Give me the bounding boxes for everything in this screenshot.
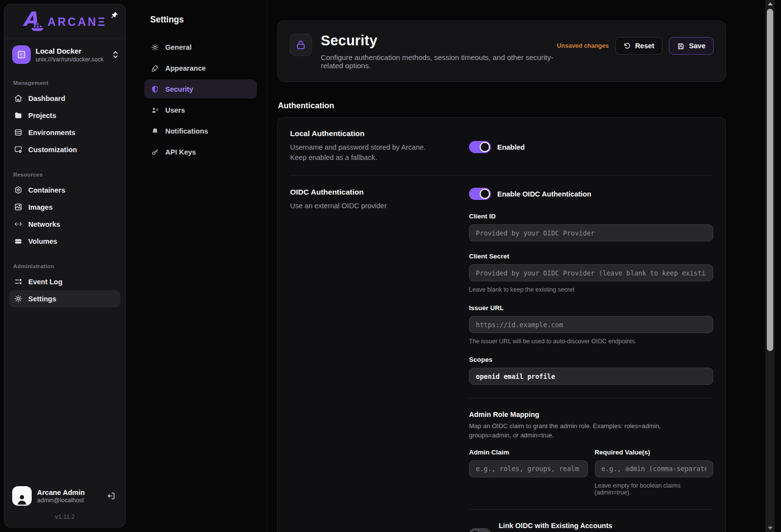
local-auth-toggle[interactable]: [469, 141, 491, 153]
sidebar-item-label: Event Log: [28, 278, 62, 286]
save-button[interactable]: Save: [669, 37, 714, 55]
sidebar-item-volumes[interactable]: Volumes: [9, 233, 120, 250]
sidebar-item-label: Dashboard: [28, 95, 65, 102]
unsaved-changes-badge: Unsaved changes: [557, 42, 608, 49]
page-title: Security: [321, 33, 557, 49]
environment-selector[interactable]: Local Docker unix:///var/run/docker.sock: [4, 39, 125, 70]
issuer-url-helper: The issuer URL will be used to auto-disc…: [469, 338, 713, 345]
folder-icon: [14, 111, 22, 119]
user-email: admin@localhost: [37, 497, 99, 504]
client-secret-label: Client Secret: [469, 253, 713, 260]
lock-icon: [290, 34, 312, 56]
scroll-down-arrow[interactable]: [768, 527, 773, 530]
sidebar-item-label: Networks: [28, 220, 60, 228]
sidebar-item-label: Containers: [28, 186, 65, 194]
sidebar-item-images[interactable]: Images: [9, 198, 120, 216]
issuer-url-input[interactable]: [469, 316, 713, 333]
paintbrush-icon: [151, 64, 159, 72]
local-auth-row: Local Authentication Username and passwo…: [290, 129, 713, 163]
sidebar-header: A ARCANΞ: [4, 4, 125, 39]
security-header-card: Security Configure authentication method…: [277, 20, 726, 82]
scroll-up-arrow[interactable]: [768, 2, 773, 5]
oidc-auth-title: OIDC Authentication: [290, 188, 454, 197]
required-values-label: Required Value(s): [595, 449, 714, 456]
environment-socket: unix:///var/run/docker.sock: [36, 56, 108, 63]
issuer-url-label: Issuer URL: [469, 304, 713, 312]
section-label-administration: Administration: [9, 256, 120, 273]
tab-label: Security: [165, 85, 193, 93]
app-window: A ARCANΞ: [0, 0, 781, 532]
tab-security[interactable]: Security: [144, 79, 257, 99]
admin-role-mapping: Admin Role Mapping Map an OIDC claim to …: [469, 411, 713, 496]
client-secret-input[interactable]: [469, 264, 713, 281]
link-oidc-toggle[interactable]: [469, 528, 491, 532]
scrollbar[interactable]: [765, 0, 775, 532]
divider: [469, 509, 713, 510]
authentication-section-title: Authentication: [278, 101, 726, 110]
link-oidc-row: Link OIDC with Existing Accounts Allow O…: [469, 522, 713, 532]
docker-environment-icon: [12, 45, 31, 64]
divider: [469, 398, 713, 398]
client-id-label: Client ID: [469, 213, 713, 220]
user-name: Arcane Admin: [37, 489, 99, 496]
sidebar-item-label: Customization: [28, 146, 77, 154]
section-label-management: Management: [9, 73, 120, 90]
sidebar-item-customization[interactable]: Customization: [9, 141, 120, 158]
sidebar-nav: Management Dashboard Proj: [4, 70, 125, 480]
tab-label: Users: [165, 106, 185, 114]
docker-ship-icon: [31, 21, 45, 33]
logout-icon[interactable]: [105, 490, 117, 502]
avatar: [12, 486, 32, 506]
sidebar: A ARCANΞ: [4, 4, 126, 528]
admin-role-mapping-title: Admin Role Mapping: [469, 411, 713, 418]
undo-icon: [624, 42, 631, 50]
tab-users[interactable]: Users: [144, 100, 257, 119]
event-log-icon: [14, 277, 22, 286]
main-content: Security Configure authentication method…: [267, 0, 781, 532]
sidebar-item-settings[interactable]: Settings: [9, 290, 120, 307]
tab-label: API Keys: [165, 148, 196, 156]
oidc-enable-toggle[interactable]: [469, 188, 491, 200]
scopes-input[interactable]: [469, 368, 713, 385]
admin-claim-label: Admin Claim: [469, 449, 588, 456]
sidebar-item-networks[interactable]: Networks: [9, 216, 120, 233]
sidebar-item-environments[interactable]: Environments: [9, 124, 120, 141]
save-icon: [677, 42, 684, 50]
tab-label: Notifications: [165, 127, 208, 135]
key-icon: [151, 148, 159, 156]
required-values-input[interactable]: [595, 460, 714, 477]
admin-claim-input[interactable]: [469, 460, 588, 477]
header-actions: Unsaved changes Reset: [557, 37, 714, 55]
sidebar-item-event-log[interactable]: Event Log: [9, 273, 120, 290]
link-oidc-title: Link OIDC with Existing Accounts: [499, 522, 701, 530]
pin-sidebar-icon[interactable]: [109, 9, 120, 21]
scrollbar-thumb[interactable]: [767, 9, 773, 351]
rows-icon: [14, 128, 22, 137]
tab-api-keys[interactable]: API Keys: [144, 142, 257, 161]
oidc-auth-row: OIDC Authentication Use an external OIDC…: [290, 188, 713, 532]
brand-logo: A ARCANΞ: [11, 12, 118, 32]
bell-icon: [151, 127, 159, 135]
network-icon: [14, 220, 22, 228]
user-card[interactable]: Arcane Admin admin@localhost: [12, 486, 117, 506]
container-hex-icon: [14, 186, 22, 194]
environment-name: Local Docker: [36, 47, 108, 55]
tab-appearance[interactable]: Appearance: [144, 59, 257, 78]
required-values-helper: Leave empty for boolean claims (admin=tr…: [595, 482, 714, 496]
shield-icon: [151, 85, 159, 93]
chevron-up-down-icon[interactable]: [113, 51, 119, 59]
tab-general[interactable]: General: [144, 38, 257, 57]
oidc-enable-toggle-label: Enable OIDC Authentication: [497, 190, 591, 198]
sidebar-footer: Arcane Admin admin@localhost v1.11.2: [4, 480, 125, 527]
page-description: Configure authentication methods, sessio…: [321, 53, 557, 70]
sidebar-item-containers[interactable]: Containers: [9, 181, 120, 198]
tab-notifications[interactable]: Notifications: [144, 121, 257, 140]
reset-button[interactable]: Reset: [615, 37, 663, 55]
sidebar-item-projects[interactable]: Projects: [9, 107, 120, 124]
sidebar-container: A ARCANΞ: [0, 0, 126, 532]
client-secret-helper: Leave blank to keep the existing secret: [469, 286, 713, 293]
settings-nav: Settings General Appearance: [126, 0, 267, 532]
sidebar-item-dashboard[interactable]: Dashboard: [9, 90, 120, 107]
app-version: v1.11.2: [12, 513, 117, 520]
client-id-input[interactable]: [469, 224, 713, 241]
